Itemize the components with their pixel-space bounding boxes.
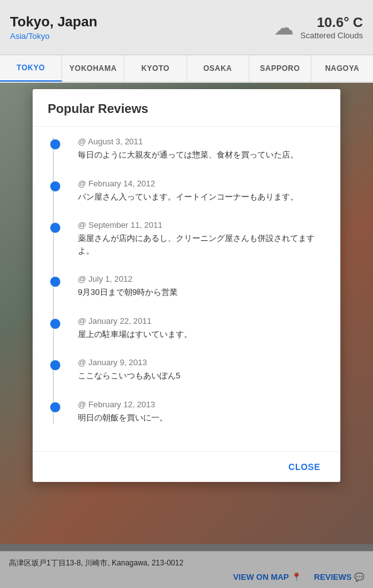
- review-item: @ January 22, 2011屋上の駐車場はすいています。: [60, 316, 325, 341]
- review-text: 屋上の駐車場はすいています。: [78, 328, 325, 341]
- review-dot-icon: [50, 139, 60, 149]
- main-content: 高津区坂戸1丁目13-8, 川崎市, Kanagawa, 213-0012 VI…: [0, 83, 373, 588]
- review-dot-icon: [50, 223, 60, 233]
- review-text: 明日の朝飯を買いに一。: [78, 412, 325, 424]
- review-dot-icon: [50, 277, 60, 287]
- review-date: @ February 12, 2013: [78, 400, 325, 409]
- modal-title: Popular Reviews: [33, 89, 340, 127]
- location-info: Tokyo, Japan Asia/Tokyo: [10, 14, 97, 41]
- close-button[interactable]: CLOSE: [283, 459, 325, 474]
- modal-footer: CLOSE: [33, 451, 340, 482]
- timezone[interactable]: Asia/Tokyo: [10, 31, 97, 41]
- city-nav-tabs: TOKYO YOKOHAMA KYOTO OSAKA SAPPORO NAGOY…: [0, 55, 373, 83]
- review-text: 薬屋さんが店内にあるし、クリーニング屋さんも併設されてますよ。: [78, 232, 325, 257]
- review-dot-icon: [50, 360, 60, 370]
- tab-osaka[interactable]: OSAKA: [187, 55, 249, 82]
- review-item: @ January 9, 2013ここならこいつもあいぽん5: [60, 358, 325, 382]
- app-header: Tokyo, Japan Asia/Tokyo ☁ 10.6° C Scatte…: [0, 0, 373, 55]
- review-dot-icon: [50, 181, 60, 191]
- tab-tokyo[interactable]: TOKYO: [0, 55, 62, 82]
- weather-icon: ☁: [274, 16, 294, 40]
- review-date: @ August 3, 2011: [78, 137, 325, 146]
- review-item: @ July 1, 20129月30日まで朝9時から営業: [60, 274, 325, 299]
- review-date: @ September 11, 2011: [78, 220, 325, 230]
- review-item: @ September 11, 2011薬屋さんが店内にあるし、クリーニング屋さ…: [60, 220, 325, 257]
- tab-yokohama[interactable]: YOKOHAMA: [62, 55, 124, 82]
- review-date: @ July 1, 2012: [78, 274, 325, 284]
- temperature: 10.6° C: [300, 14, 363, 31]
- weather-description: Scattered Clouds: [300, 31, 363, 40]
- review-text: ここならこいつもあいぽん5: [78, 370, 325, 382]
- modal-body[interactable]: @ August 3, 2011毎日のように大親友が通っては惣菜、食材を買ってい…: [33, 127, 340, 451]
- review-item: @ February 12, 2013明日の朝飯を買いに一。: [60, 400, 325, 424]
- review-dot-icon: [50, 402, 60, 412]
- tab-kyoto[interactable]: KYOTO: [124, 55, 186, 82]
- review-date: @ January 9, 2013: [78, 358, 325, 367]
- tab-nagoya[interactable]: NAGOYA: [311, 55, 373, 82]
- review-date: @ January 22, 2011: [78, 316, 325, 326]
- weather-info: ☁ 10.6° C Scattered Clouds: [274, 14, 363, 40]
- review-date: @ February 14, 2012: [78, 179, 325, 188]
- reviews-modal: Popular Reviews @ August 3, 2011毎日のように大親…: [33, 89, 340, 482]
- modal-overlay: Popular Reviews @ August 3, 2011毎日のように大親…: [0, 83, 373, 588]
- review-item: @ August 3, 2011毎日のように大親友が通っては惣菜、食材を買ってい…: [60, 137, 325, 161]
- review-text: パン屋さん入っています。イートインコーナーもあります。: [78, 191, 325, 203]
- tab-sapporo[interactable]: SAPPORO: [249, 55, 311, 82]
- review-text: 毎日のように大親友が通っては惣菜、食材を買っていた店。: [78, 149, 325, 161]
- review-dot-icon: [50, 319, 60, 329]
- weather-details: 10.6° C Scattered Clouds: [300, 14, 363, 40]
- review-item: @ February 14, 2012パン屋さん入っています。イートインコーナー…: [60, 179, 325, 203]
- reviews-timeline: @ August 3, 2011毎日のように大親友が通っては惣菜、食材を買ってい…: [48, 137, 325, 424]
- review-text: 9月30日まで朝9時から営業: [78, 286, 325, 299]
- city-name: Tokyo, Japan: [10, 14, 97, 30]
